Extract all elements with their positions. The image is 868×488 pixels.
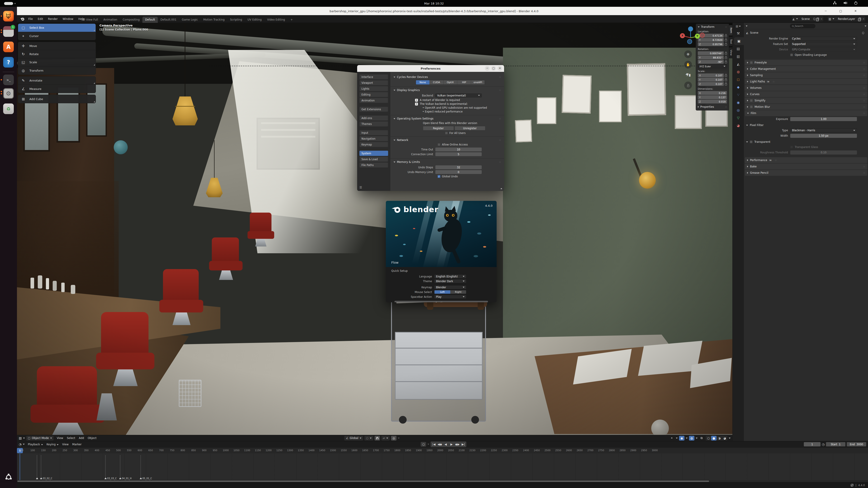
files-icon[interactable]: 1: [3, 26, 14, 37]
timeline-scrollbar[interactable]: [17, 480, 868, 482]
tool-rotate[interactable]: ↻Rotate: [18, 50, 96, 58]
workspace-tab-scripting[interactable]: Scripting: [227, 17, 245, 23]
panel-film[interactable]: Film ∷: [745, 110, 867, 116]
app-store-icon[interactable]: A: [3, 41, 14, 52]
breadcrumb-chevron[interactable]: [746, 26, 747, 27]
properties-search-input[interactable]: Search: [790, 24, 815, 28]
show-apps-ubuntu-icon[interactable]: [3, 472, 14, 482]
scale-field[interactable]: Y0.107: [698, 78, 724, 82]
panel-sampling[interactable]: Sampling∷: [745, 72, 867, 78]
timeout-field[interactable]: 10: [435, 148, 482, 151]
collapsed-icon[interactable]: [698, 106, 699, 108]
properties-tab-render[interactable]: ▣: [734, 37, 744, 45]
panel-checkbox[interactable]: [750, 61, 753, 64]
network-icon[interactable]: [833, 1, 837, 5]
timeline-channels[interactable]: 03_02_C03_03_C04_01_H05_01_C: [17, 453, 868, 480]
transparent-subpanel[interactable]: Transparent: [744, 139, 868, 144]
workspace-tab-video-editing[interactable]: Video Editing: [265, 17, 288, 23]
prefs-sidebar-navigation[interactable]: Navigation: [360, 136, 388, 141]
pixel-filter-subpanel[interactable]: Pixel Filter: [744, 122, 868, 127]
pin-icon[interactable]: [813, 18, 816, 20]
play-button[interactable]: ▶: [449, 442, 454, 447]
section-cycles-devices[interactable]: Cycles Render Devices∷: [394, 75, 501, 78]
minimize-button[interactable]: ─: [823, 8, 828, 13]
properties-tab-constraints[interactable]: ◎: [733, 106, 744, 114]
allow-online-checkbox[interactable]: [438, 143, 440, 146]
workspace-tab-default[interactable]: Default: [143, 17, 158, 23]
section-os-settings[interactable]: Operating System Settings∷: [394, 117, 501, 120]
jump-to-end-button[interactable]: ▶|: [460, 442, 466, 447]
settings-gear-icon[interactable]: ⚙︎: [3, 88, 14, 99]
list-icon[interactable]: ⁝≡: [767, 80, 769, 83]
scrollbar-thumb[interactable]: [18, 481, 709, 482]
snap-toggle[interactable]: [375, 436, 380, 441]
gizmo-neg-x-axis[interactable]: [700, 33, 705, 38]
volume-icon[interactable]: [843, 1, 847, 5]
scroll-up-icon[interactable]: [500, 186, 502, 190]
device-none[interactable]: None: [416, 80, 430, 85]
rotation-field[interactable]: 0.000744°: [698, 51, 724, 55]
scene-selector[interactable]: ◭ Scene ✕: [792, 16, 824, 22]
navigation-gizmo[interactable]: X Y: [678, 27, 703, 52]
lock-icon[interactable]: [725, 75, 727, 77]
system-clock[interactable]: Mar 18 10:32: [424, 2, 444, 5]
trash-icon[interactable]: ♻︎: [3, 103, 14, 114]
prefs-minimize-button[interactable]: ─: [485, 66, 490, 71]
panel-simplify[interactable]: Simplify∷: [745, 98, 867, 103]
stopwatch-icon[interactable]: ◷: [822, 443, 825, 446]
properties-tab-physics[interactable]: ◉: [733, 99, 744, 106]
breadcrumb-scene[interactable]: Scene: [750, 31, 758, 34]
dimension-field[interactable]: X0.216: [698, 91, 727, 95]
zoom-tool-icon[interactable]: ⊕: [684, 51, 692, 58]
workspace-tab-3d-view-full[interactable]: 3D View Full: [79, 17, 101, 23]
tool-cursor[interactable]: ⌖Cursor: [18, 32, 96, 40]
menu-render[interactable]: Render: [46, 17, 60, 22]
filter-type-dropdown[interactable]: Blackman - Harris: [790, 128, 857, 132]
tool-add-cube[interactable]: ⊞Add Cube: [18, 95, 96, 103]
overlays-toggle[interactable]: ◉: [679, 436, 684, 441]
transparent-checkbox[interactable]: [750, 140, 752, 143]
properties-tab-material[interactable]: ◕: [733, 122, 744, 129]
timeline-menu-view[interactable]: View: [60, 442, 70, 447]
panel-color-management[interactable]: Color Management∷: [745, 66, 867, 72]
shading-solid[interactable]: ●: [711, 436, 717, 441]
workspace-tab-animation[interactable]: Animation: [101, 17, 120, 23]
properties-tab-output[interactable]: ▤: [733, 45, 744, 53]
help-icon[interactable]: ?: [3, 57, 14, 68]
next-keyframe-button[interactable]: ◆▶: [455, 442, 460, 447]
tool-transform[interactable]: ◎Transform: [18, 66, 96, 74]
timeline-marker[interactable]: 05_01_C: [140, 477, 142, 479]
lock-icon[interactable]: [725, 53, 727, 55]
jump-to-start-button[interactable]: |◀: [431, 442, 436, 447]
power-icon[interactable]: [854, 1, 858, 5]
roughness-threshold-slider[interactable]: 0.10: [790, 151, 857, 155]
connection-limit-field[interactable]: 5: [435, 152, 482, 156]
panel-checkbox[interactable]: [750, 105, 753, 108]
prefs-close-button[interactable]: ✕: [498, 66, 502, 71]
lock-icon[interactable]: [725, 57, 727, 59]
osl-checkbox[interactable]: [790, 54, 793, 56]
undo-memory-field[interactable]: 0: [435, 170, 482, 174]
lock-icon[interactable]: [725, 61, 727, 63]
proportional-edit-toggle[interactable]: ◎: [391, 436, 397, 441]
gizmo-y-axis[interactable]: Y: [695, 34, 700, 39]
close-button[interactable]: ✕: [853, 8, 858, 13]
continue-button[interactable]: Continue: [395, 301, 488, 302]
tool-move[interactable]: ✛Move: [18, 42, 96, 50]
drag-dots-icon[interactable]: ∷: [725, 26, 727, 28]
panel-performance[interactable]: Performance⁝≡∷: [745, 157, 867, 163]
device-optix[interactable]: OptiX: [443, 80, 457, 85]
prefs-maximize-button[interactable]: ▢: [491, 66, 496, 71]
new-layer-icon[interactable]: [859, 18, 861, 20]
keymap-dropdown[interactable]: Blender: [434, 285, 466, 289]
npanel-tab-item[interactable]: Item: [729, 25, 733, 36]
for-all-users-checkbox[interactable]: [445, 132, 448, 134]
prefs-sidebar-save-load[interactable]: Save & Load: [360, 157, 388, 162]
unregister-button[interactable]: Unregister: [455, 126, 486, 130]
scale-field[interactable]: Z0.107: [698, 82, 724, 86]
gizmo-x-axis[interactable]: X: [680, 33, 685, 38]
spacebar-action-dropdown[interactable]: Play: [434, 295, 466, 299]
device-cuda[interactable]: CUDA: [430, 80, 443, 85]
panel-curves[interactable]: Curves∷: [745, 91, 867, 97]
device-oneapi[interactable]: oneAPI: [471, 80, 485, 85]
